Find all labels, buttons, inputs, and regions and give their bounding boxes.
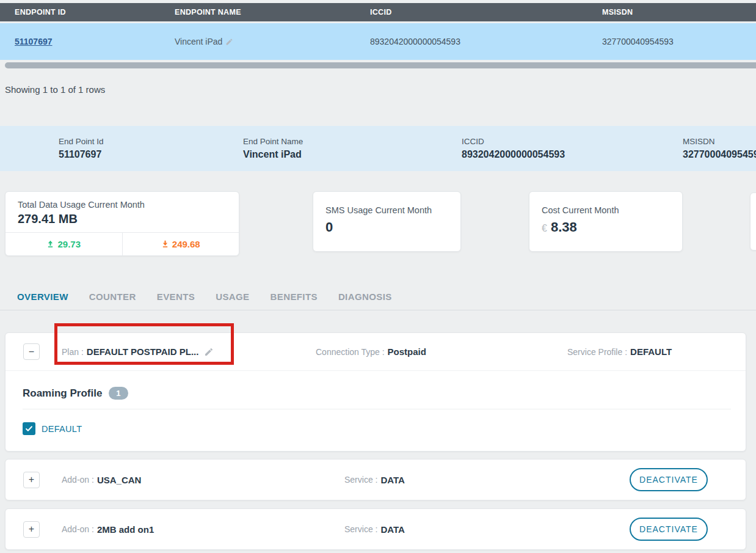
check-icon [25,425,33,433]
iccid-cell: 8932042000000054593 [370,37,602,46]
addon-name: USA_CAN [97,475,142,485]
roaming-option-label: DEFAULT [42,424,82,434]
tab-diagnosis[interactable]: DIAGNOSIS [338,291,392,302]
plan-label: Plan : [62,347,84,357]
tab-counter[interactable]: COUNTER [89,291,136,302]
connection-type-label: Connection Type : [316,347,385,357]
service-value: DATA [380,524,404,535]
detail-value: 327700040954593 [683,149,756,160]
detail-tabs: OVERVIEW COUNTER EVENTS USAGE BENEFITS D… [0,291,756,302]
detail-field-msisdn: MSISDN 327700040954593 [683,137,756,160]
upload-value: 29.73 [57,239,81,249]
endpoint-id-link[interactable]: 51107697 [15,37,53,46]
tabs-divider [0,310,756,310]
roaming-default-checkbox[interactable] [23,422,35,435]
addon-panel-2mb: + Add-on : 2MB add on1 Service : DATA DE… [5,508,746,550]
data-usage-card: Total Data Usage Current Month 279.41 MB… [5,191,239,256]
service-profile-label: Service Profile : [567,347,627,357]
roaming-profile-title: Roaming Profile [23,387,102,400]
sms-usage-label: SMS Usage Current Month [325,205,448,215]
endpoint-detail-bar: End Point Id 51107697 End Point Name Vin… [0,126,756,171]
data-usage-value: 279.41 MB [18,212,227,226]
deactivate-button[interactable]: DEACTIVATE [630,518,708,541]
detail-label: ICCID [462,137,683,146]
plan-row: − Plan : DEFAULT POSTPAID PL... Connecti… [5,333,746,371]
service-profile-value: DEFAULT [630,346,672,357]
expand-addon-button[interactable]: + [23,472,40,488]
detail-field-endpoint-id: End Point Id 51107697 [59,137,243,160]
expand-addon-button[interactable]: + [23,521,40,538]
detail-label: End Point Id [59,137,243,146]
endpoint-table-header: ENDPOINT ID ENDPOINT NAME ICCID MSISDN [0,3,756,21]
addon-label: Add-on : [62,524,94,534]
plan-value: DEFAULT POSTPAID PL... [87,346,199,357]
plan-panel: − Plan : DEFAULT POSTPAID PL... Connecti… [5,332,746,452]
currency-symbol: € [542,223,547,233]
tab-overview[interactable]: OVERVIEW [17,291,68,302]
deactivate-button[interactable]: DEACTIVATE [630,468,708,491]
detail-field-iccid: ICCID 8932042000000054593 [462,137,683,160]
horizontal-scrollbar[interactable] [5,62,756,68]
upload-icon [46,240,54,248]
stat-cards-row: Total Data Usage Current Month 279.41 MB… [0,191,756,256]
download-icon [161,240,169,248]
detail-field-endpoint-name: End Point Name Vincent iPad [243,137,462,160]
addon-panel-usa-can: + Add-on : USA_CAN Service : DATA DEACTI… [5,459,746,500]
detail-value: 8932042000000054593 [462,149,683,160]
annotation-red-box [54,323,234,365]
pagination-summary: Showing 1 to 1 of 1 rows [5,84,756,95]
roaming-count-badge: 1 [109,387,128,400]
connection-type-value: Postpaid [388,346,426,357]
download-value: 249.68 [172,239,200,249]
service-value: DATA [380,475,404,485]
cost-card: Cost Current Month €8.38 [529,191,683,252]
edit-name-icon[interactable] [225,38,233,46]
roaming-divider [23,409,731,409]
detail-label: MSISDN [683,137,756,146]
sms-usage-value: 0 [325,219,448,235]
column-header-endpoint-name[interactable]: ENDPOINT NAME [175,8,370,16]
addon-label: Add-on : [62,475,94,485]
table-row[interactable]: 51107697 Vincent iPad 893204200000005459… [0,23,756,60]
detail-label: End Point Name [243,137,462,146]
detail-value: Vincent iPad [243,149,462,160]
cost-value: 8.38 [551,219,577,235]
tab-events[interactable]: EVENTS [157,291,195,302]
tab-usage[interactable]: USAGE [216,291,249,302]
column-header-endpoint-id[interactable]: ENDPOINT ID [15,8,175,16]
service-label: Service : [344,475,377,485]
partial-card [750,192,756,251]
tab-benefits[interactable]: BENEFITS [271,291,318,302]
collapse-plan-button[interactable]: − [23,343,40,360]
endpoint-table: ENDPOINT ID ENDPOINT NAME ICCID MSISDN 5… [0,3,756,68]
service-label: Service : [344,524,377,534]
sms-usage-card: SMS Usage Current Month 0 [313,191,461,252]
roaming-profile-section: Roaming Profile 1 DEFAULT [5,371,746,451]
msisdn-cell: 327700040954593 [602,37,756,46]
endpoint-name-cell: Vincent iPad [175,37,222,46]
cost-label: Cost Current Month [542,205,670,215]
addon-name: 2MB add on1 [97,524,154,535]
data-usage-label: Total Data Usage Current Month [18,200,227,210]
detail-value: 51107697 [59,149,243,160]
edit-plan-icon[interactable] [204,347,214,357]
column-header-iccid[interactable]: ICCID [370,8,602,16]
column-header-msisdn[interactable]: MSISDN [602,8,756,16]
